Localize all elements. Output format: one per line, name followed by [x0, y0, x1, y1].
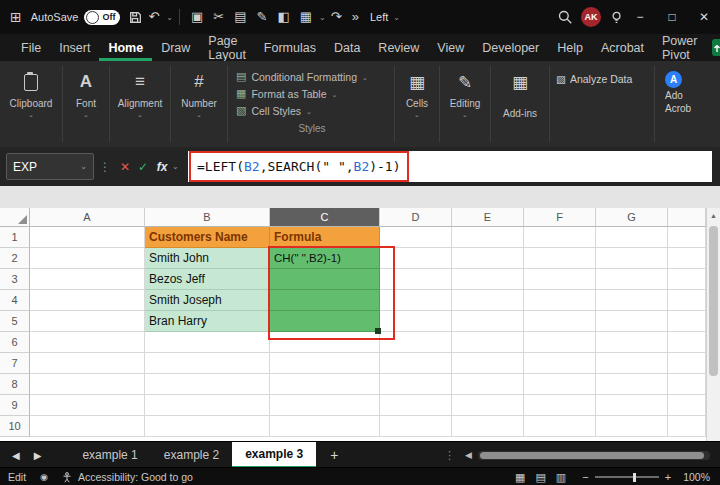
column-header-E[interactable]: E	[452, 208, 524, 227]
app-launcher-icon[interactable]: ⊞	[10, 0, 22, 34]
row-header-4[interactable]: 4	[0, 290, 30, 311]
menu-view[interactable]: View	[428, 34, 473, 61]
page-layout-view-icon[interactable]: ▤	[535, 471, 545, 484]
cell-F1[interactable]	[524, 227, 596, 248]
cell-E5[interactable]	[452, 311, 524, 332]
minimize-button[interactable]: −	[624, 0, 656, 34]
page-break-view-icon[interactable]: ▥	[556, 471, 566, 484]
cell-E6[interactable]	[452, 332, 524, 353]
cell-A2[interactable]	[30, 248, 145, 269]
redo-icon[interactable]: ↷	[331, 0, 342, 34]
cell-styles-button[interactable]: ▧ Cell Styles ⌄	[236, 102, 388, 119]
column-header-G[interactable]: G	[596, 208, 668, 227]
cell-A10[interactable]	[30, 416, 145, 437]
menu-acrobat[interactable]: Acrobat	[592, 34, 653, 61]
fill-color-icon[interactable]: ◧	[277, 0, 289, 34]
cell-A5[interactable]	[30, 311, 145, 332]
cell-A6[interactable]	[30, 332, 145, 353]
menu-file[interactable]: File	[12, 34, 50, 61]
cell-D6[interactable]	[380, 332, 452, 353]
zoom-out-button[interactable]: −	[582, 471, 588, 483]
row-header-10[interactable]: 10	[0, 416, 30, 437]
cell-E3[interactable]	[452, 269, 524, 290]
new-sheet-button[interactable]: +	[330, 447, 338, 463]
sheet-tab-example-2[interactable]: example 2	[151, 442, 232, 468]
column-header-F[interactable]: F	[524, 208, 596, 227]
column-header-B[interactable]: B	[145, 208, 270, 227]
cell-E4[interactable]	[452, 290, 524, 311]
cell-A1[interactable]	[30, 227, 145, 248]
normal-view-icon[interactable]: ▦	[515, 471, 525, 484]
ribbon-group-number[interactable]: # Number ⌄	[171, 61, 227, 147]
horizontal-scrollbar[interactable]	[478, 451, 710, 460]
menu-page-layout[interactable]: Page Layout	[199, 34, 255, 61]
cell-F3[interactable]	[524, 269, 596, 290]
select-all-corner[interactable]	[0, 208, 30, 227]
vertical-scrollbar[interactable]: ▲	[706, 208, 720, 441]
cell-F9[interactable]	[524, 395, 596, 416]
cell-A3[interactable]	[30, 269, 145, 290]
cancel-entry-button[interactable]: ✕	[116, 160, 134, 174]
undo-icon[interactable]: ↶	[148, 0, 159, 34]
cell-C2[interactable]: CH(" ",B2)-1)	[270, 248, 380, 269]
zoom-in-button[interactable]: +	[665, 471, 671, 483]
share-button[interactable]	[712, 39, 720, 56]
quick-function-dropdown[interactable]: Left ⌄	[370, 11, 400, 23]
tab-splitter-handle[interactable]: ⋮	[444, 449, 455, 462]
cell-D10[interactable]	[380, 416, 452, 437]
cell-X2[interactable]	[668, 248, 706, 269]
cell-C4[interactable]	[270, 290, 380, 311]
menu-formulas[interactable]: Formulas	[255, 34, 325, 61]
cell-X4[interactable]	[668, 290, 706, 311]
ribbon-group-alignment[interactable]: ≡ Alignment ⌄	[110, 61, 170, 147]
cell-C1[interactable]: Formula	[270, 227, 380, 248]
paste-icon[interactable]: ▤	[234, 0, 246, 34]
cell-B7[interactable]	[145, 353, 270, 374]
cell-E7[interactable]	[452, 353, 524, 374]
zoom-slider[interactable]	[595, 476, 659, 478]
cell-E8[interactable]	[452, 374, 524, 395]
cell-E9[interactable]	[452, 395, 524, 416]
ribbon-group-addins[interactable]: ▦ Add-ins	[491, 61, 549, 147]
cell-C10[interactable]	[270, 416, 380, 437]
cell-F10[interactable]	[524, 416, 596, 437]
row-header-5[interactable]: 5	[0, 311, 30, 332]
zoom-slider-thumb[interactable]	[633, 473, 636, 482]
macro-record-icon[interactable]: ◉	[40, 472, 48, 482]
cell-C7[interactable]	[270, 353, 380, 374]
sheet-nav-right-icon[interactable]: ▶	[34, 450, 42, 461]
cell-B6[interactable]	[145, 332, 270, 353]
maximize-button[interactable]: □	[656, 0, 688, 34]
row-header-6[interactable]: 6	[0, 332, 30, 353]
conditional-formatting-button[interactable]: ▤ Conditional Formatting ⌄	[236, 68, 388, 85]
cell-C6[interactable]	[270, 332, 380, 353]
cell-G3[interactable]	[596, 269, 668, 290]
horizontal-scrollbar-thumb[interactable]	[480, 452, 704, 459]
enter-formula-button[interactable]: ✓	[134, 160, 152, 174]
cell-D5[interactable]	[380, 311, 452, 332]
zoom-level[interactable]: 100%	[683, 471, 710, 483]
format-painter-icon[interactable]: ✎	[257, 0, 268, 34]
row-header-1[interactable]: 1	[0, 227, 30, 248]
cell-D2[interactable]	[380, 248, 452, 269]
close-button[interactable]: ✕	[688, 0, 720, 34]
cell-G2[interactable]	[596, 248, 668, 269]
cell-F4[interactable]	[524, 290, 596, 311]
row-header-8[interactable]: 8	[0, 374, 30, 395]
cell-E2[interactable]	[452, 248, 524, 269]
format-as-table-button[interactable]: ▦ Format as Table ⌄	[236, 85, 388, 102]
column-header-D[interactable]: D	[380, 208, 452, 227]
column-header-C[interactable]: C	[270, 208, 380, 227]
analyze-data-button[interactable]: ▧ Analyze Data	[550, 61, 654, 147]
cell-D8[interactable]	[380, 374, 452, 395]
menu-power-pivot[interactable]: Power Pivot	[653, 34, 706, 61]
cell-B2[interactable]: Smith John	[145, 248, 270, 269]
cell-D4[interactable]	[380, 290, 452, 311]
insert-function-button[interactable]: fx	[152, 160, 172, 174]
cell-G6[interactable]	[596, 332, 668, 353]
vertical-scrollbar-thumb[interactable]	[709, 226, 718, 376]
cell-X5[interactable]	[668, 311, 706, 332]
adobe-acrobat-button[interactable]: A Ado Acrob	[655, 61, 720, 147]
cell-X7[interactable]	[668, 353, 706, 374]
sheet-tab-example-1[interactable]: example 1	[69, 442, 150, 468]
